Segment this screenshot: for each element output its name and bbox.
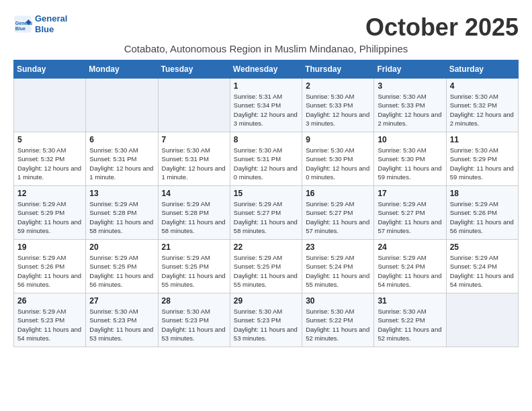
weekday-monday: Monday <box>86 60 158 79</box>
calendar-cell: 4Sunrise: 5:30 AM Sunset: 5:32 PM Daylig… <box>446 79 518 132</box>
calendar-cell: 11Sunrise: 5:30 AM Sunset: 5:29 PM Dayli… <box>446 132 518 186</box>
calendar-cell: 12Sunrise: 5:29 AM Sunset: 5:29 PM Dayli… <box>14 186 86 240</box>
day-info: Sunrise: 5:30 AM Sunset: 5:33 PM Dayligh… <box>378 92 442 128</box>
day-number: 23 <box>306 242 370 252</box>
calendar-cell: 29Sunrise: 5:30 AM Sunset: 5:23 PM Dayli… <box>230 293 302 347</box>
calendar-cell: 31Sunrise: 5:30 AM Sunset: 5:22 PM Dayli… <box>374 293 446 347</box>
day-number: 22 <box>234 242 298 252</box>
day-info: Sunrise: 5:29 AM Sunset: 5:27 PM Dayligh… <box>378 199 442 235</box>
day-number: 2 <box>306 81 370 91</box>
day-info: Sunrise: 5:29 AM Sunset: 5:26 PM Dayligh… <box>17 253 82 289</box>
weekday-friday: Friday <box>374 60 446 79</box>
day-info: Sunrise: 5:29 AM Sunset: 5:28 PM Dayligh… <box>162 199 226 235</box>
day-info: Sunrise: 5:30 AM Sunset: 5:22 PM Dayligh… <box>306 307 370 342</box>
calendar-body: 1Sunrise: 5:31 AM Sunset: 5:34 PM Daylig… <box>14 79 519 347</box>
day-info: Sunrise: 5:29 AM Sunset: 5:25 PM Dayligh… <box>89 253 154 289</box>
calendar-cell: 13Sunrise: 5:29 AM Sunset: 5:28 PM Dayli… <box>86 186 158 240</box>
day-number: 31 <box>378 296 442 306</box>
week-row-1: 1Sunrise: 5:31 AM Sunset: 5:34 PM Daylig… <box>14 79 519 132</box>
day-number: 8 <box>234 135 298 144</box>
day-number: 30 <box>306 296 370 306</box>
calendar-cell: 26Sunrise: 5:29 AM Sunset: 5:23 PM Dayli… <box>14 293 86 347</box>
weekday-sunday: Sunday <box>14 60 86 79</box>
calendar-cell <box>158 79 230 132</box>
month-title: October 2025 <box>365 13 519 42</box>
day-number: 28 <box>162 296 226 306</box>
day-number: 26 <box>17 296 82 306</box>
logo: General Blue General Blue <box>13 13 67 34</box>
day-number: 12 <box>17 189 82 198</box>
day-info: Sunrise: 5:29 AM Sunset: 5:23 PM Dayligh… <box>17 307 82 342</box>
day-info: Sunrise: 5:30 AM Sunset: 5:23 PM Dayligh… <box>162 307 226 342</box>
calendar-cell: 16Sunrise: 5:29 AM Sunset: 5:27 PM Dayli… <box>302 186 374 240</box>
calendar-cell: 25Sunrise: 5:29 AM Sunset: 5:24 PM Dayli… <box>446 240 518 293</box>
day-info: Sunrise: 5:30 AM Sunset: 5:23 PM Dayligh… <box>234 307 298 342</box>
day-info: Sunrise: 5:31 AM Sunset: 5:34 PM Dayligh… <box>234 92 298 128</box>
title-section: October 2025 <box>365 13 519 42</box>
calendar-cell: 6Sunrise: 5:30 AM Sunset: 5:31 PM Daylig… <box>86 132 158 186</box>
calendar-cell <box>446 293 518 347</box>
day-number: 16 <box>306 189 370 198</box>
calendar-cell: 14Sunrise: 5:29 AM Sunset: 5:28 PM Dayli… <box>158 186 230 240</box>
weekday-wednesday: Wednesday <box>230 60 302 79</box>
week-row-2: 5Sunrise: 5:30 AM Sunset: 5:32 PM Daylig… <box>14 132 519 186</box>
calendar-cell: 17Sunrise: 5:29 AM Sunset: 5:27 PM Dayli… <box>374 186 446 240</box>
subtitle: Cotabato, Autonomous Region in Muslim Mi… <box>13 43 519 54</box>
day-number: 9 <box>306 135 370 144</box>
logo-icon: General Blue <box>13 15 32 34</box>
calendar-cell: 1Sunrise: 5:31 AM Sunset: 5:34 PM Daylig… <box>230 79 302 132</box>
day-number: 3 <box>378 81 442 91</box>
day-info: Sunrise: 5:29 AM Sunset: 5:24 PM Dayligh… <box>378 253 442 289</box>
calendar-cell: 5Sunrise: 5:30 AM Sunset: 5:32 PM Daylig… <box>14 132 86 186</box>
day-number: 27 <box>89 296 154 306</box>
day-info: Sunrise: 5:29 AM Sunset: 5:26 PM Dayligh… <box>450 199 515 235</box>
day-info: Sunrise: 5:29 AM Sunset: 5:27 PM Dayligh… <box>234 199 298 235</box>
day-info: Sunrise: 5:29 AM Sunset: 5:27 PM Dayligh… <box>306 199 370 235</box>
weekday-thursday: Thursday <box>302 60 374 79</box>
week-row-4: 19Sunrise: 5:29 AM Sunset: 5:26 PM Dayli… <box>14 240 519 293</box>
day-number: 4 <box>450 81 515 91</box>
day-number: 11 <box>450 135 515 144</box>
day-number: 20 <box>89 242 154 252</box>
day-number: 14 <box>162 189 226 198</box>
weekday-saturday: Saturday <box>446 60 518 79</box>
day-info: Sunrise: 5:30 AM Sunset: 5:23 PM Dayligh… <box>89 307 154 342</box>
calendar-cell: 18Sunrise: 5:29 AM Sunset: 5:26 PM Dayli… <box>446 186 518 240</box>
day-info: Sunrise: 5:30 AM Sunset: 5:29 PM Dayligh… <box>450 146 515 181</box>
day-info: Sunrise: 5:30 AM Sunset: 5:32 PM Dayligh… <box>450 92 515 128</box>
day-number: 7 <box>162 135 226 144</box>
day-info: Sunrise: 5:29 AM Sunset: 5:25 PM Dayligh… <box>162 253 226 289</box>
calendar-cell: 10Sunrise: 5:30 AM Sunset: 5:30 PM Dayli… <box>374 132 446 186</box>
day-number: 15 <box>234 189 298 198</box>
calendar-cell <box>86 79 158 132</box>
calendar-cell: 30Sunrise: 5:30 AM Sunset: 5:22 PM Dayli… <box>302 293 374 347</box>
calendar-table: SundayMondayTuesdayWednesdayThursdayFrid… <box>13 60 519 347</box>
day-number: 13 <box>89 189 154 198</box>
day-number: 24 <box>378 242 442 252</box>
day-info: Sunrise: 5:30 AM Sunset: 5:31 PM Dayligh… <box>89 146 154 181</box>
calendar-cell: 7Sunrise: 5:30 AM Sunset: 5:31 PM Daylig… <box>158 132 230 186</box>
day-info: Sunrise: 5:30 AM Sunset: 5:30 PM Dayligh… <box>378 146 442 181</box>
day-info: Sunrise: 5:30 AM Sunset: 5:30 PM Dayligh… <box>306 146 370 181</box>
day-number: 19 <box>17 242 82 252</box>
calendar-cell: 24Sunrise: 5:29 AM Sunset: 5:24 PM Dayli… <box>374 240 446 293</box>
calendar-cell <box>14 79 86 132</box>
logo-text: General Blue <box>35 13 67 34</box>
calendar-cell: 3Sunrise: 5:30 AM Sunset: 5:33 PM Daylig… <box>374 79 446 132</box>
day-number: 21 <box>162 242 226 252</box>
day-info: Sunrise: 5:30 AM Sunset: 5:33 PM Dayligh… <box>306 92 370 128</box>
day-info: Sunrise: 5:29 AM Sunset: 5:25 PM Dayligh… <box>234 253 298 289</box>
day-info: Sunrise: 5:29 AM Sunset: 5:29 PM Dayligh… <box>17 199 82 235</box>
weekday-tuesday: Tuesday <box>158 60 230 79</box>
day-info: Sunrise: 5:30 AM Sunset: 5:32 PM Dayligh… <box>17 146 82 181</box>
day-number: 17 <box>378 189 442 198</box>
weekday-header-row: SundayMondayTuesdayWednesdayThursdayFrid… <box>14 60 519 79</box>
day-number: 18 <box>450 189 515 198</box>
day-info: Sunrise: 5:29 AM Sunset: 5:24 PM Dayligh… <box>306 253 370 289</box>
day-number: 29 <box>234 296 298 306</box>
day-info: Sunrise: 5:30 AM Sunset: 5:31 PM Dayligh… <box>162 146 226 181</box>
week-row-5: 26Sunrise: 5:29 AM Sunset: 5:23 PM Dayli… <box>14 293 519 347</box>
day-number: 6 <box>89 135 154 144</box>
day-number: 25 <box>450 242 515 252</box>
day-number: 1 <box>234 81 298 91</box>
